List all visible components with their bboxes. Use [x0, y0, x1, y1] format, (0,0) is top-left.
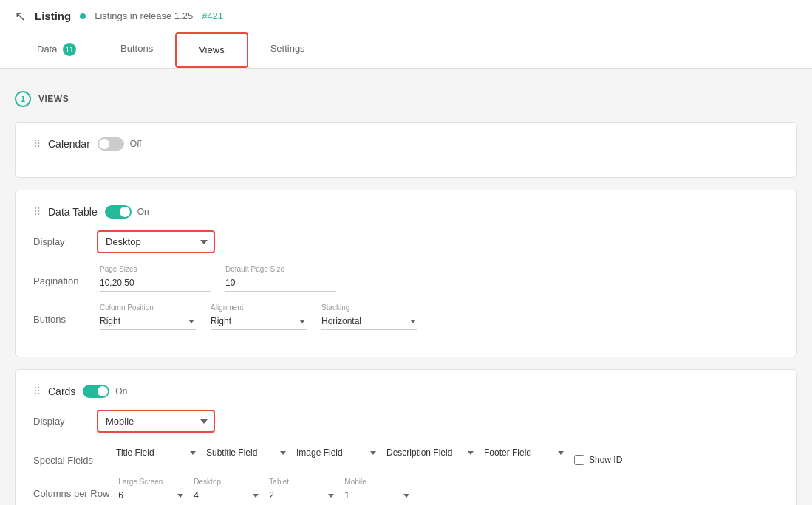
- stacking-group: Stacking Horizontal Vertical: [321, 303, 417, 330]
- tab-data[interactable]: Data 11: [15, 32, 98, 68]
- data-table-toggle-track[interactable]: [105, 205, 132, 219]
- desktop-col-select[interactable]: 4: [194, 487, 260, 504]
- tab-bar: Data 11 Buttons Views Settings: [0, 32, 812, 69]
- page-title: Listing: [35, 10, 71, 22]
- calendar-title: Calendar: [48, 138, 90, 150]
- calendar-toggle[interactable]: Off: [98, 137, 142, 151]
- tablet-col-label: Tablet: [269, 478, 335, 486]
- display-label: Display: [33, 236, 85, 247]
- cards-title: Cards: [48, 385, 75, 397]
- drag-handle-icon[interactable]: ⠿: [33, 138, 41, 150]
- data-table-card: ⠿ Data Table On Display Desktop Mobile T…: [15, 190, 797, 357]
- cards-toggle-label: On: [115, 386, 127, 396]
- mobile-col-select[interactable]: 1: [344, 487, 411, 504]
- desktop-col-group: Desktop 4: [194, 478, 260, 504]
- cards-toggle-thumb: [98, 386, 108, 396]
- calendar-toggle-label: Off: [130, 139, 142, 149]
- special-fields-row: Special Fields Title Field Subtitle Fiel…: [33, 444, 779, 466]
- pagination-row: Pagination Page Sizes Default Page Size: [33, 265, 779, 292]
- image-field-select[interactable]: Image Field: [296, 444, 378, 461]
- calendar-card: ⠿ Calendar Off: [15, 122, 797, 178]
- cards-display-field: Display Desktop Mobile Tablet: [33, 410, 779, 433]
- tablet-col-group: Tablet 2: [269, 478, 335, 504]
- show-id-checkbox[interactable]: [574, 455, 584, 465]
- default-page-size-label: Default Page Size: [225, 265, 336, 273]
- show-id-label: Show ID: [589, 455, 622, 465]
- tab-buttons[interactable]: Buttons: [98, 32, 175, 68]
- cards-toggle-track[interactable]: [83, 385, 109, 398]
- desktop-col-label: Desktop: [194, 478, 260, 486]
- default-page-size-group: Default Page Size: [225, 265, 336, 292]
- title-field-select[interactable]: Title Field: [116, 444, 197, 461]
- cards-card: ⠿ Cards On Display Desktop Mobile Tablet…: [15, 369, 797, 505]
- issue-id: #421: [202, 10, 223, 21]
- buttons-label: Buttons: [33, 314, 85, 325]
- show-id-group: Show ID: [574, 455, 622, 465]
- column-position-label: Column Position: [100, 303, 196, 312]
- data-table-card-header: ⠿ Data Table On: [33, 205, 779, 219]
- pagination-label: Pagination: [33, 275, 85, 286]
- stacking-label: Stacking: [321, 303, 417, 312]
- alignment-group: Alignment Right Left Center: [211, 303, 307, 330]
- title-field-group: Title Field: [116, 444, 197, 461]
- section-number: 1: [15, 91, 31, 107]
- cards-display-select[interactable]: Desktop Mobile Tablet: [97, 410, 215, 433]
- breadcrumb: Listings in release 1.25: [95, 10, 193, 21]
- special-fields-label: Special Fields: [33, 455, 107, 466]
- alignment-label: Alignment: [211, 303, 307, 312]
- default-page-size-input[interactable]: [225, 275, 336, 292]
- calendar-toggle-thumb: [99, 139, 109, 149]
- calendar-toggle-track[interactable]: [98, 137, 124, 151]
- mobile-col-label: Mobile: [344, 478, 411, 486]
- content-area: 1 VIEWS ⠿ Calendar Off ⠿ Data Table On: [0, 69, 812, 505]
- column-position-select[interactable]: Right Left: [100, 313, 196, 330]
- data-table-toggle-label: On: [137, 207, 149, 217]
- large-screen-col-group: Large Screen 6: [118, 478, 185, 504]
- data-table-toggle-thumb: [120, 207, 130, 217]
- header: ↖ Listing Listings in release 1.25 #421: [0, 0, 812, 32]
- page-sizes-input[interactable]: [100, 275, 211, 292]
- page-sizes-group: Page Sizes: [100, 265, 211, 292]
- column-position-group: Column Position Right Left: [100, 303, 196, 330]
- mobile-col-group: Mobile 1: [344, 478, 411, 504]
- section-title: VIEWS: [38, 94, 69, 104]
- drag-handle-icon[interactable]: ⠿: [33, 385, 41, 397]
- cards-card-header: ⠿ Cards On: [33, 385, 779, 398]
- tablet-col-select[interactable]: 2: [269, 487, 335, 504]
- description-field-group: Description Field: [386, 444, 475, 461]
- section-header: 1 VIEWS: [15, 83, 797, 114]
- data-table-toggle[interactable]: On: [105, 205, 149, 219]
- calendar-card-header: ⠿ Calendar Off: [33, 137, 779, 151]
- buttons-row: Buttons Column Position Right Left Align…: [33, 303, 779, 330]
- image-field-group: Image Field: [296, 444, 378, 461]
- footer-field-group: Footer Field: [484, 444, 565, 461]
- page-sizes-label: Page Sizes: [100, 265, 211, 273]
- status-dot: [80, 13, 86, 19]
- footer-field-select[interactable]: Footer Field: [484, 444, 565, 461]
- data-table-display-field: Display Desktop Mobile Tablet: [33, 230, 779, 253]
- large-screen-col-label: Large Screen: [118, 478, 185, 486]
- large-screen-col-select[interactable]: 6: [118, 487, 185, 504]
- subtitle-field-select[interactable]: Subtitle Field: [206, 444, 287, 461]
- display-select[interactable]: Desktop Mobile Tablet: [97, 230, 215, 253]
- data-table-title: Data Table: [48, 206, 98, 218]
- cards-display-label: Display: [33, 416, 85, 427]
- tab-settings[interactable]: Settings: [248, 32, 327, 68]
- alignment-select[interactable]: Right Left Center: [211, 313, 307, 330]
- columns-per-row-label: Columns per Row: [33, 488, 109, 499]
- cards-toggle[interactable]: On: [83, 385, 127, 398]
- drag-handle-icon[interactable]: ⠿: [33, 206, 41, 218]
- subtitle-field-group: Subtitle Field: [206, 444, 287, 461]
- description-field-select[interactable]: Description Field: [386, 444, 475, 461]
- back-button[interactable]: ↖: [15, 8, 26, 24]
- tab-views[interactable]: Views: [175, 32, 248, 68]
- columns-per-row-row: Columns per Row Large Screen 6 Desktop 4…: [33, 478, 779, 504]
- data-badge: 11: [63, 43, 76, 56]
- stacking-select[interactable]: Horizontal Vertical: [321, 313, 417, 330]
